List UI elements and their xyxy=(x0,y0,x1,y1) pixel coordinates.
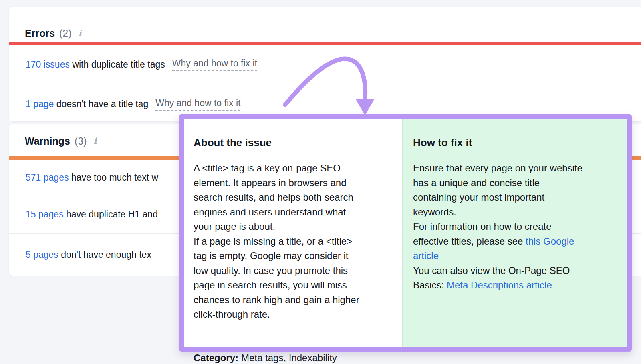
info-icon[interactable]: i xyxy=(94,133,97,149)
error-row-duplicate-titles: 170 issues with duplicate title tagsWhy … xyxy=(9,45,641,84)
issue-count-link[interactable]: 170 issues xyxy=(26,59,70,70)
fix-body-text: Ensure that every page on your website h… xyxy=(413,161,615,293)
issue-count-link[interactable]: 15 pages xyxy=(26,209,64,220)
errors-header: Errors (2) i xyxy=(25,25,82,41)
issue-description: don't have enough tex xyxy=(58,249,151,260)
issue-description: have duplicate H1 and xyxy=(64,209,158,220)
meta-descriptions-article-link[interactable]: Meta Descriptions article xyxy=(447,280,552,290)
warnings-count: (3) xyxy=(75,133,87,149)
info-icon[interactable]: i xyxy=(79,25,82,41)
warnings-title: Warnings xyxy=(25,133,70,149)
category-value: Meta tags, Indexability xyxy=(241,352,337,363)
issue-description: doesn't have a title tag xyxy=(54,99,148,109)
about-the-issue-panel: About the issue A <title> tag is a key o… xyxy=(184,119,402,347)
issue-description: with duplicate title tags xyxy=(70,59,165,70)
issue-details-popup: About the issue A <title> tag is a key o… xyxy=(179,114,632,352)
errors-accent-bar xyxy=(9,42,641,45)
errors-title: Errors xyxy=(25,25,55,41)
category-label: Category: xyxy=(194,352,238,363)
issue-count-link[interactable]: 1 page xyxy=(26,99,54,109)
about-heading: About the issue xyxy=(194,136,393,149)
issue-description: have too much text w xyxy=(69,172,158,183)
fix-heading: How to fix it xyxy=(413,136,615,149)
issue-count-link[interactable]: 571 pages xyxy=(26,172,69,183)
errors-card: Errors (2) i 170 issues with duplicate t… xyxy=(9,7,641,121)
errors-count: (2) xyxy=(59,25,72,41)
how-to-fix-panel: How to fix it Ensure that every page on … xyxy=(402,119,627,347)
about-body-text: A <title> tag is a key on-page SEO eleme… xyxy=(194,161,393,322)
why-how-to-fix-link[interactable]: Why and how to fix it xyxy=(172,58,257,71)
warnings-header: Warnings (3) i xyxy=(25,133,97,149)
fix-text-1: Ensure that every page on your website h… xyxy=(413,163,583,247)
issue-count-link[interactable]: 5 pages xyxy=(26,249,58,260)
why-how-to-fix-link[interactable]: Why and how to fix it xyxy=(155,98,240,111)
category-line: Category:Meta tags, Indexability xyxy=(194,336,393,364)
site-audit-page: Errors (2) i 170 issues with duplicate t… xyxy=(0,0,641,364)
